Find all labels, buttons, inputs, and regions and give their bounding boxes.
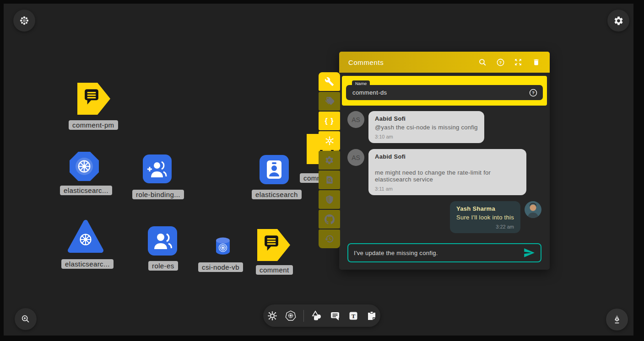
node-role-es[interactable] — [148, 226, 177, 256]
configure-wrench-button[interactable] — [319, 72, 340, 91]
shapes-icon — [311, 310, 322, 321]
node-label[interactable]: role-es — [148, 261, 178, 271]
delete-icon — [532, 58, 540, 66]
node-label[interactable]: elasticsearch — [252, 190, 302, 199]
text-tool-icon: T — [348, 310, 359, 321]
message-list: AS Aabid Sofi @yash the csi-node is miss… — [339, 107, 550, 233]
expand-icon — [514, 58, 522, 66]
message-author: Aabid Sofi — [375, 153, 520, 160]
github-button[interactable] — [319, 210, 340, 229]
name-input[interactable] — [346, 89, 529, 96]
message-author: Aabid Sofi — [375, 115, 478, 122]
message-author: Yash Sharma — [456, 205, 514, 212]
node-elasticsearch[interactable] — [260, 155, 289, 184]
note-tool-button[interactable] — [366, 310, 377, 321]
avatar: AS — [347, 111, 364, 128]
settings-gear-icon — [613, 16, 624, 26]
wrench-icon — [325, 77, 334, 86]
comments-panel-header[interactable]: Comments ? — [339, 52, 550, 73]
gear-icon — [325, 155, 334, 165]
message: AS Aabid Sofi @yash the csi-node is miss… — [347, 111, 541, 143]
message: Yash Sharma Sure I'll look into this 3:2… — [347, 201, 541, 233]
node-comment-pm[interactable] — [77, 82, 111, 115]
design-network-icon — [267, 310, 278, 321]
name-field[interactable]: Name ? — [346, 85, 543, 100]
expand-button[interactable] — [514, 58, 523, 67]
comment-tool-icon — [330, 310, 341, 321]
braces-button[interactable]: { } — [319, 112, 340, 130]
github-icon — [325, 214, 335, 224]
tag-button[interactable] — [319, 92, 340, 111]
node-elasticsearch-triangle[interactable] — [67, 218, 104, 255]
zoom-in-icon — [21, 314, 31, 324]
message: AS Aabid Sofi me might need to change th… — [347, 149, 541, 195]
node-csi-node-vb[interactable] — [214, 237, 232, 256]
doc-search-icon — [325, 175, 334, 185]
node-label[interactable]: elasticsearc... — [61, 259, 114, 269]
history-icon — [325, 234, 334, 244]
node-role-binding[interactable] — [143, 155, 172, 183]
node-comment[interactable] — [257, 229, 291, 261]
app-window: comment-pm elasticsearc... role-binding.… — [0, 0, 644, 341]
people-icon — [153, 232, 172, 250]
shapes-button[interactable] — [311, 310, 322, 321]
help-icon: ? — [496, 58, 505, 67]
draw-tool-button[interactable] — [606, 309, 628, 330]
svg-text:T: T — [351, 313, 355, 320]
message-text: Sure I'll look into this — [456, 214, 514, 221]
braces-icon: { } — [325, 117, 334, 125]
doc-search-button[interactable] — [319, 170, 340, 189]
search-icon — [478, 58, 487, 67]
help-icon[interactable]: ? — [529, 88, 538, 97]
zoom-button[interactable] — [15, 308, 37, 330]
kubernetes-icon — [285, 310, 296, 321]
help-button[interactable]: ? — [496, 58, 505, 67]
chat-input[interactable] — [354, 250, 523, 256]
hub-icon — [325, 136, 335, 146]
message-time: 3:11 am — [375, 186, 520, 192]
chat-input-box[interactable] — [347, 243, 541, 262]
cluster-context-button[interactable] — [13, 10, 35, 32]
node-label[interactable]: comment-pm — [69, 120, 118, 130]
message-text: me might need to change the rate-limit f… — [375, 169, 520, 183]
node-elasticsearch-octagon[interactable] — [69, 151, 100, 182]
message-time: 3:22 am — [456, 224, 514, 229]
node-label[interactable]: role-binding... — [132, 190, 184, 199]
delete-button[interactable] — [531, 58, 541, 67]
kubernetes-wheel-icon — [221, 245, 226, 250]
comments-panel: Comments ? — [339, 52, 550, 270]
history-button[interactable] — [319, 229, 340, 248]
note-tool-icon — [366, 310, 377, 321]
hub-button[interactable] — [319, 131, 340, 150]
svg-text:?: ? — [499, 60, 501, 64]
kubernetes-button[interactable] — [285, 310, 296, 321]
comment-tool-button[interactable] — [330, 310, 341, 321]
node-action-toolbar: { } — [319, 72, 340, 248]
avatar — [525, 201, 541, 218]
node-label[interactable]: elasticsearc... — [60, 186, 112, 195]
message-text: @yash the csi-node is missing config — [375, 124, 478, 131]
design-canvas[interactable]: comment-pm elasticsearc... role-binding.… — [4, 4, 633, 336]
message-time: 3:10 am — [375, 134, 478, 139]
search-button[interactable] — [478, 58, 487, 67]
name-field-label: Name — [352, 80, 370, 87]
avatar: AS — [347, 149, 364, 166]
settings-button[interactable] — [319, 151, 340, 170]
canvas-tools-toolbar: T — [263, 304, 380, 327]
text-tool-button[interactable]: T — [348, 310, 359, 321]
node-label[interactable]: comment — [256, 265, 293, 275]
shield-icon — [325, 195, 334, 204]
send-button[interactable] — [523, 247, 535, 259]
tag-icon — [325, 96, 334, 106]
kubernetes-wheel-icon — [81, 234, 91, 245]
svg-text:?: ? — [532, 91, 535, 95]
design-network-button[interactable] — [267, 310, 278, 321]
settings-button-global[interactable] — [607, 10, 629, 32]
pen-nib-icon — [612, 314, 622, 325]
person-add-icon — [147, 160, 168, 178]
send-icon — [523, 247, 535, 259]
panel-title: Comments — [348, 59, 384, 66]
name-field-highlight: Name ? — [342, 76, 547, 106]
security-button[interactable] — [319, 190, 340, 209]
node-label[interactable]: csi-node-vb — [198, 262, 243, 272]
